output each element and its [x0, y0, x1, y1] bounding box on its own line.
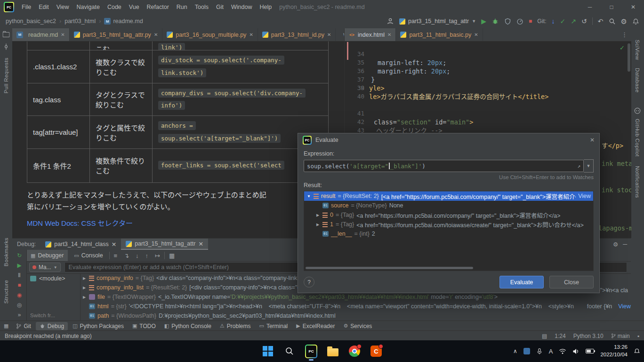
variable-row[interactable]: 01 path = {WindowsPath} D:¥projects¥pyth…: [80, 311, 631, 321]
status-message[interactable]: Breakpoint reached (a minute ago): [5, 333, 92, 339]
taskbar-explorer-icon[interactable]: [327, 345, 339, 357]
mdn-docs-link[interactable]: MDN Web Docs: CSS セレクター: [27, 218, 133, 228]
step-over-icon[interactable]: ↴: [121, 252, 131, 259]
expression-input[interactable]: soup.select('a[target="_blank"]') ↗: [304, 160, 584, 172]
expand-icon[interactable]: ▶: [82, 286, 87, 290]
close-tab-icon[interactable]: ✕: [61, 32, 64, 37]
sidebar-item-copilot[interactable]: GitHub Copilot: [635, 119, 640, 156]
result-row[interactable]: ▼ result = {ResultSet: 2} [<a href="http…: [304, 191, 593, 201]
rerun-icon[interactable]: ↻: [17, 253, 22, 258]
view-breakpoints-icon[interactable]: ◉: [17, 292, 22, 298]
taskbar-search-button[interactable]: [283, 345, 296, 357]
caret-position[interactable]: 1:24: [555, 333, 565, 339]
start-button[interactable]: [262, 345, 274, 357]
toolwindow-excelreader[interactable]: ▶ ExcelReader: [292, 322, 338, 330]
debug-session-tab-1[interactable]: part3_14_html_class ✕: [40, 239, 121, 250]
sidebar-item-database[interactable]: Database: [635, 68, 640, 92]
tab-part3-11[interactable]: part3_11_html_basic.py ✕: [396, 28, 483, 41]
ime-indicator[interactable]: A: [549, 348, 553, 355]
inspections-ok-icon[interactable]: ✓: [620, 44, 625, 51]
maximize-button[interactable]: □: [601, 0, 622, 14]
expand-icon[interactable]: ▶: [82, 295, 87, 299]
sidebar-item-structure[interactable]: Structure: [3, 280, 9, 304]
resume-icon[interactable]: ▶: [17, 263, 21, 268]
menu-help[interactable]: Help: [256, 2, 275, 12]
breadcrumb-folder[interactable]: part03_html: [64, 18, 96, 25]
menu-edit[interactable]: Edit: [35, 2, 53, 12]
close-tab-icon[interactable]: ✕: [198, 240, 203, 247]
tab-console[interactable]: ▭ Console: [70, 250, 107, 261]
expand-icon[interactable]: ▶: [315, 222, 320, 227]
settings-gear-icon[interactable]: ⚙: [621, 18, 627, 25]
notifications-bell-icon[interactable]: [632, 18, 639, 25]
step-into-icon[interactable]: ↓: [133, 252, 141, 259]
wifi-icon[interactable]: [559, 348, 566, 354]
switch-frames-label[interactable]: Switch fr...: [30, 313, 55, 318]
git-branch[interactable]: main: [611, 333, 630, 339]
expression-history-dropdown[interactable]: ▼: [584, 159, 594, 173]
hide-panel-icon[interactable]: ─: [623, 241, 627, 247]
taskbar-c-app-icon[interactable]: C: [370, 345, 382, 357]
result-row[interactable]: ▶ 1 = {Tag} <a href="https://forum.pc5ba…: [304, 220, 593, 229]
python-interpreter[interactable]: Python 3.10: [573, 333, 604, 339]
mute-breakpoints-icon[interactable]: ◎: [17, 302, 22, 308]
menu-run[interactable]: Run: [173, 2, 191, 12]
help-button[interactable]: ?: [304, 277, 314, 288]
menu-tools[interactable]: Tools: [191, 2, 212, 12]
taskbar-pycharm-icon[interactable]: PC: [305, 345, 317, 357]
view-link[interactable]: View: [618, 303, 631, 310]
taskbar-chrome-icon[interactable]: [348, 345, 361, 357]
tab-readme-md[interactable]: M readme.md ✕: [12, 28, 70, 41]
toolwindow-python-packages[interactable]: ◫ Python Packages: [69, 322, 128, 330]
pause-icon[interactable]: Ⅱ: [18, 272, 21, 278]
microphone-icon[interactable]: [536, 348, 543, 355]
menu-navigate[interactable]: Navigate: [73, 2, 104, 12]
variable-row[interactable]: 01 html = {str} '<!DOCTYPE html>¥n<html …: [80, 302, 631, 311]
close-tab-icon[interactable]: ✕: [327, 32, 331, 37]
debug-button[interactable]: [491, 17, 499, 25]
breadcrumb-project[interactable]: python_basic_sec2: [6, 18, 56, 25]
view-link[interactable]: View: [578, 193, 591, 199]
toolwindow-python-console[interactable]: ◧ Python Console: [161, 322, 215, 330]
sidebar-item-sciview[interactable]: SciView: [635, 40, 640, 60]
volume-icon[interactable]: [572, 348, 580, 354]
minimize-button[interactable]: ─: [579, 0, 601, 14]
close-dialog-button[interactable]: Close: [549, 276, 594, 288]
close-tab-icon[interactable]: ✕: [249, 32, 253, 37]
stop-icon[interactable]: ■: [17, 282, 21, 288]
close-tab-icon[interactable]: ✕: [474, 32, 478, 37]
menu-file[interactable]: File: [18, 2, 35, 12]
battery-icon[interactable]: [586, 349, 594, 354]
close-tab-icon[interactable]: ✕: [387, 32, 391, 37]
result-row[interactable]: ▶ 0 = {Tag} <a href="https://forum.pc5ba…: [304, 210, 593, 220]
expand-editor-icon[interactable]: ↗: [577, 163, 580, 169]
toolwindow-services[interactable]: ⚙ Services: [339, 322, 376, 330]
breadcrumb-file[interactable]: readme.md: [113, 18, 143, 25]
tab-debugger[interactable]: ▦ Debugger: [26, 250, 68, 261]
git-update-button[interactable]: ↓: [552, 18, 555, 25]
close-tab-icon[interactable]: ✕: [112, 241, 116, 248]
result-row[interactable]: 01 source = {NoneType} None: [304, 201, 593, 210]
hidden-icons-chevron[interactable]: ∧: [513, 348, 517, 354]
step-out-icon[interactable]: ↑: [143, 252, 151, 259]
thread-selector[interactable]: Ma... ▼: [29, 263, 61, 272]
variable-row[interactable]: ▶ file = {TextIOWrapper} <_io.TextIOWrap…: [80, 292, 631, 302]
undo-button[interactable]: ↶: [598, 18, 604, 25]
notification-center-icon[interactable]: [634, 348, 640, 354]
toolwindow-debug[interactable]: Debug: [36, 322, 68, 330]
result-row[interactable]: 01 __len__ = {int} 2: [304, 229, 593, 239]
close-button[interactable]: ✕: [622, 0, 644, 14]
menu-vue[interactable]: Vue: [125, 2, 143, 12]
tab-index-html[interactable]: <> index.html ✕: [345, 28, 396, 41]
user-account-icon[interactable]: [386, 17, 394, 25]
tab-part3-16[interactable]: part3_16_soup_multiple.py ✕: [162, 28, 258, 41]
frame-item-module[interactable]: <module>: [26, 273, 80, 284]
collapse-icon[interactable]: ▼: [306, 194, 311, 198]
menu-code[interactable]: Code: [104, 2, 125, 12]
expand-icon[interactable]: ▶: [82, 276, 87, 280]
tab-options-icon[interactable]: ⋮: [621, 31, 628, 38]
view-as-table-icon[interactable]: ▦: [167, 252, 177, 259]
copilot-icon[interactable]: [634, 107, 641, 114]
sidebar-item-pull-requests[interactable]: Pull Requests: [3, 58, 9, 93]
evaluate-button[interactable]: Evaluate: [499, 276, 544, 288]
